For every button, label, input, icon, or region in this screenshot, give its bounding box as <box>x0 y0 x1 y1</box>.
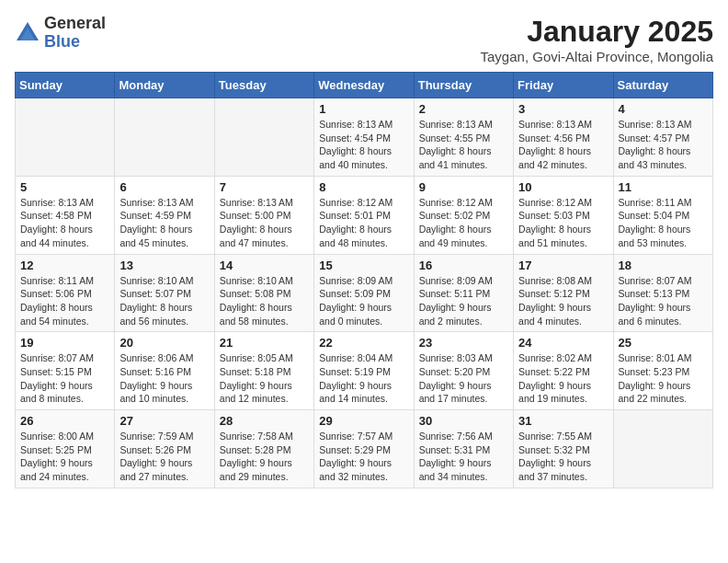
day-number: 3 <box>518 102 608 116</box>
calendar-week-5: 26Sunrise: 8:00 AMSunset: 5:25 PMDayligh… <box>16 410 713 488</box>
calendar-cell <box>115 98 214 177</box>
title-block: January 2025 Taygan, Govi-Altai Province… <box>481 15 713 64</box>
day-number: 1 <box>319 102 408 116</box>
calendar-cell: 29Sunrise: 7:57 AMSunset: 5:29 PMDayligh… <box>314 410 414 488</box>
day-info: Sunrise: 8:10 AMSunset: 5:08 PMDaylight:… <box>220 274 309 328</box>
calendar-cell: 25Sunrise: 8:01 AMSunset: 5:23 PMDayligh… <box>613 332 712 410</box>
calendar-cell: 19Sunrise: 8:07 AMSunset: 5:15 PMDayligh… <box>16 332 115 410</box>
location-subtitle: Taygan, Govi-Altai Province, Mongolia <box>481 49 713 64</box>
day-number: 24 <box>518 336 608 350</box>
calendar-cell: 16Sunrise: 8:09 AMSunset: 5:11 PMDayligh… <box>414 254 513 332</box>
day-number: 13 <box>119 259 209 272</box>
day-info: Sunrise: 8:13 AMSunset: 4:59 PMDaylight:… <box>119 196 209 250</box>
day-info: Sunrise: 8:13 AMSunset: 4:58 PMDaylight:… <box>20 196 109 250</box>
calendar-cell: 26Sunrise: 8:00 AMSunset: 5:25 PMDayligh… <box>16 410 115 488</box>
day-number: 27 <box>119 414 209 428</box>
day-info: Sunrise: 8:06 AMSunset: 5:16 PMDaylight:… <box>119 351 209 406</box>
day-number: 29 <box>319 414 408 428</box>
calendar-cell: 22Sunrise: 8:04 AMSunset: 5:19 PMDayligh… <box>314 332 414 410</box>
calendar-cell: 21Sunrise: 8:05 AMSunset: 5:18 PMDayligh… <box>214 332 313 410</box>
logo-blue-text: Blue <box>44 33 106 52</box>
day-info: Sunrise: 8:09 AMSunset: 5:11 PMDaylight:… <box>419 274 508 328</box>
day-info: Sunrise: 7:57 AMSunset: 5:29 PMDaylight:… <box>319 430 408 484</box>
logo-icon <box>15 20 40 46</box>
day-number: 8 <box>319 180 408 194</box>
calendar-cell: 9Sunrise: 8:12 AMSunset: 5:02 PMDaylight… <box>414 176 513 254</box>
calendar-cell: 28Sunrise: 7:58 AMSunset: 5:28 PMDayligh… <box>214 410 313 488</box>
month-title: January 2025 <box>481 15 713 49</box>
logo-general-text: General <box>44 15 106 33</box>
day-number: 18 <box>619 259 708 272</box>
day-info: Sunrise: 8:12 AMSunset: 5:02 PMDaylight:… <box>419 196 508 250</box>
calendar-table: SundayMondayTuesdayWednesdayThursdayFrid… <box>15 72 713 488</box>
day-number: 10 <box>518 180 608 194</box>
day-info: Sunrise: 8:13 AMSunset: 4:54 PMDaylight:… <box>319 118 408 172</box>
day-info: Sunrise: 8:12 AMSunset: 5:01 PMDaylight:… <box>319 196 408 250</box>
day-info: Sunrise: 8:11 AMSunset: 5:04 PMDaylight:… <box>619 196 708 250</box>
day-number: 26 <box>20 414 109 428</box>
weekday-header-wednesday: Wednesday <box>314 73 414 98</box>
day-info: Sunrise: 8:08 AMSunset: 5:12 PMDaylight:… <box>518 274 608 328</box>
day-info: Sunrise: 8:07 AMSunset: 5:13 PMDaylight:… <box>619 274 708 328</box>
day-number: 4 <box>619 102 708 116</box>
calendar-cell: 3Sunrise: 8:13 AMSunset: 4:56 PMDaylight… <box>514 98 613 177</box>
weekday-header-saturday: Saturday <box>613 73 712 98</box>
logo: General Blue <box>15 15 106 52</box>
day-number: 7 <box>220 180 309 194</box>
calendar-cell: 1Sunrise: 8:13 AMSunset: 4:54 PMDaylight… <box>314 98 414 177</box>
day-number: 16 <box>419 259 508 272</box>
day-info: Sunrise: 8:01 AMSunset: 5:23 PMDaylight:… <box>619 351 708 406</box>
day-number: 9 <box>419 180 508 194</box>
day-number: 30 <box>419 414 508 428</box>
calendar-week-1: 1Sunrise: 8:13 AMSunset: 4:54 PMDaylight… <box>16 98 713 177</box>
weekday-header-sunday: Sunday <box>16 73 115 98</box>
day-number: 17 <box>518 259 608 272</box>
calendar-cell: 24Sunrise: 8:02 AMSunset: 5:22 PMDayligh… <box>514 332 613 410</box>
calendar-cell: 27Sunrise: 7:59 AMSunset: 5:26 PMDayligh… <box>115 410 214 488</box>
calendar-week-4: 19Sunrise: 8:07 AMSunset: 5:15 PMDayligh… <box>16 332 713 410</box>
day-number: 28 <box>220 414 309 428</box>
day-info: Sunrise: 7:56 AMSunset: 5:31 PMDaylight:… <box>419 430 508 484</box>
day-info: Sunrise: 7:58 AMSunset: 5:28 PMDaylight:… <box>220 430 309 484</box>
day-info: Sunrise: 7:55 AMSunset: 5:32 PMDaylight:… <box>518 430 608 484</box>
calendar-cell: 7Sunrise: 8:13 AMSunset: 5:00 PMDaylight… <box>214 176 313 254</box>
day-number: 21 <box>220 336 309 350</box>
calendar-cell: 12Sunrise: 8:11 AMSunset: 5:06 PMDayligh… <box>16 254 115 332</box>
calendar-cell: 30Sunrise: 7:56 AMSunset: 5:31 PMDayligh… <box>414 410 513 488</box>
calendar-cell: 8Sunrise: 8:12 AMSunset: 5:01 PMDaylight… <box>314 176 414 254</box>
day-number: 22 <box>319 336 408 350</box>
calendar-week-2: 5Sunrise: 8:13 AMSunset: 4:58 PMDaylight… <box>16 176 713 254</box>
weekday-header-thursday: Thursday <box>414 73 513 98</box>
day-info: Sunrise: 8:04 AMSunset: 5:19 PMDaylight:… <box>319 351 408 406</box>
calendar-cell: 4Sunrise: 8:13 AMSunset: 4:57 PMDaylight… <box>613 98 712 177</box>
day-number: 20 <box>119 336 209 350</box>
calendar-cell: 5Sunrise: 8:13 AMSunset: 4:58 PMDaylight… <box>16 176 115 254</box>
day-number: 15 <box>319 259 408 272</box>
day-info: Sunrise: 8:00 AMSunset: 5:25 PMDaylight:… <box>20 430 109 484</box>
calendar-cell: 31Sunrise: 7:55 AMSunset: 5:32 PMDayligh… <box>514 410 613 488</box>
day-number: 25 <box>619 336 708 350</box>
calendar-cell: 23Sunrise: 8:03 AMSunset: 5:20 PMDayligh… <box>414 332 513 410</box>
calendar-cell: 18Sunrise: 8:07 AMSunset: 5:13 PMDayligh… <box>613 254 712 332</box>
day-info: Sunrise: 7:59 AMSunset: 5:26 PMDaylight:… <box>119 430 209 484</box>
calendar-cell: 13Sunrise: 8:10 AMSunset: 5:07 PMDayligh… <box>115 254 214 332</box>
calendar-cell: 14Sunrise: 8:10 AMSunset: 5:08 PMDayligh… <box>214 254 313 332</box>
calendar-cell: 10Sunrise: 8:12 AMSunset: 5:03 PMDayligh… <box>514 176 613 254</box>
page-header: General Blue January 2025 Taygan, Govi-A… <box>15 15 713 64</box>
day-number: 31 <box>518 414 608 428</box>
day-number: 11 <box>619 180 708 194</box>
weekday-header-row: SundayMondayTuesdayWednesdayThursdayFrid… <box>16 73 713 98</box>
day-info: Sunrise: 8:13 AMSunset: 4:55 PMDaylight:… <box>419 118 508 172</box>
weekday-header-tuesday: Tuesday <box>214 73 313 98</box>
day-number: 2 <box>419 102 508 116</box>
calendar-week-3: 12Sunrise: 8:11 AMSunset: 5:06 PMDayligh… <box>16 254 713 332</box>
day-info: Sunrise: 8:05 AMSunset: 5:18 PMDaylight:… <box>220 351 309 406</box>
weekday-header-monday: Monday <box>115 73 214 98</box>
calendar-cell <box>16 98 115 177</box>
day-number: 6 <box>119 180 209 194</box>
day-info: Sunrise: 8:10 AMSunset: 5:07 PMDaylight:… <box>119 274 209 328</box>
day-info: Sunrise: 8:13 AMSunset: 5:00 PMDaylight:… <box>220 196 309 250</box>
day-number: 19 <box>20 336 109 350</box>
day-info: Sunrise: 8:09 AMSunset: 5:09 PMDaylight:… <box>319 274 408 328</box>
day-info: Sunrise: 8:03 AMSunset: 5:20 PMDaylight:… <box>419 351 508 406</box>
